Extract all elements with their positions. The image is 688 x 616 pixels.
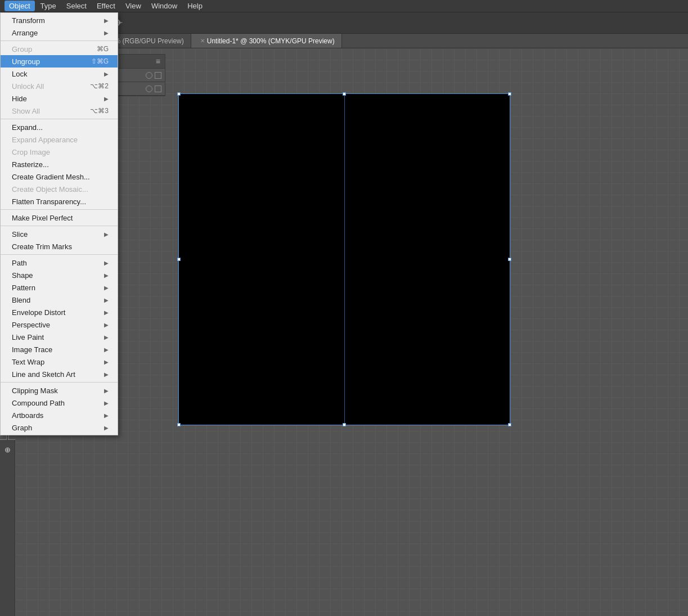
artboard-midline: [344, 94, 345, 425]
menubar: Object Type Select Effect View Window He…: [0, 0, 688, 12]
menu-transform-label: Transform: [12, 16, 104, 25]
layer-lock-1[interactable]: [155, 72, 161, 79]
menu-type[interactable]: Type: [36, 1, 61, 11]
menu-clipping-mask-arrow: ▶: [104, 388, 109, 394]
layers-menu-icon[interactable]: ≡: [156, 57, 160, 66]
artboard: [178, 93, 510, 425]
menu-line-and-sketch-art[interactable]: Line and Sketch Art ▶: [1, 368, 118, 380]
menu-flatten-transparency[interactable]: Flatten Transparency...: [1, 195, 118, 208]
menu-expand-appearance-label: Expand Appearance: [12, 136, 109, 144]
menu-transform-arrow: ▶: [104, 17, 109, 24]
menu-graph-arrow: ▶: [104, 425, 109, 431]
menu-graph[interactable]: Graph ▶: [1, 421, 118, 434]
layer-target-1[interactable]: [146, 72, 152, 79]
menu-pattern[interactable]: Pattern ▶: [1, 281, 118, 294]
handle-bottom-left[interactable]: [177, 423, 181, 426]
handle-top-left[interactable]: [177, 92, 181, 96]
menu-hide-label: Hide: [12, 95, 104, 103]
menu-image-trace[interactable]: Image Trace ▶: [1, 343, 118, 356]
layer-lock-2[interactable]: [155, 86, 161, 92]
menu-blend-label: Blend: [12, 296, 104, 304]
menu-make-pixel-perfect-label: Make Pixel Perfect: [12, 214, 109, 222]
menu-perspective-arrow: ▶: [104, 322, 109, 328]
menu-unlock-all[interactable]: Unlock All ⌥⌘2: [1, 80, 118, 92]
menu-view[interactable]: View: [121, 1, 146, 11]
menu-object[interactable]: Object: [5, 1, 35, 11]
draw-inside-button[interactable]: ⊕: [1, 443, 14, 456]
menu-arrange[interactable]: Arrange ▶: [1, 26, 118, 39]
handle-bottom-middle[interactable]: [343, 423, 346, 426]
menu-crop-image[interactable]: Crop Image: [1, 146, 118, 158]
tab-label-2: Untitled-1* @ 300% (CMYK/GPU Preview): [207, 37, 335, 45]
menu-create-object-mosaic-label: Create Object Mosaic...: [12, 185, 109, 194]
menu-envelope-distort-arrow: ▶: [104, 309, 109, 316]
menu-arrange-label: Arrange: [12, 29, 104, 37]
menu-live-paint[interactable]: Live Paint ▶: [1, 331, 118, 343]
menu-group[interactable]: Group ⌘G: [1, 43, 118, 55]
menu-crop-image-label: Crop Image: [12, 148, 109, 156]
menu-hide[interactable]: Hide ▶: [1, 92, 118, 105]
menu-rasterize-label: Rasterize...: [12, 160, 109, 169]
menu-create-object-mosaic[interactable]: Create Object Mosaic...: [1, 183, 118, 195]
menu-path[interactable]: Path ▶: [1, 257, 118, 269]
menu-make-pixel-perfect[interactable]: Make Pixel Perfect: [1, 212, 118, 224]
menu-unlock-all-label: Unlock All: [12, 82, 79, 91]
menu-line-and-sketch-art-arrow: ▶: [104, 371, 109, 377]
menu-expand-appearance[interactable]: Expand Appearance: [1, 133, 118, 146]
menu-perspective[interactable]: Perspective ▶: [1, 318, 118, 331]
handle-top-middle[interactable]: [343, 92, 346, 96]
menu-shape-label: Shape: [12, 271, 104, 280]
menu-ungroup-shortcut: ⇧⌘G: [91, 57, 109, 65]
menu-text-wrap[interactable]: Text Wrap ▶: [1, 356, 118, 368]
menu-compound-path-arrow: ▶: [104, 400, 109, 406]
menu-expand[interactable]: Expand...: [1, 121, 118, 133]
tab-untitled[interactable]: ✕ Untitled-1* @ 300% (CMYK/GPU Preview): [191, 34, 342, 48]
menu-shape[interactable]: Shape ▶: [1, 269, 118, 281]
menu-slice-arrow: ▶: [104, 231, 109, 237]
menu-show-all[interactable]: Show All ⌥⌘3: [1, 105, 118, 117]
sep-2: [1, 119, 118, 119]
menu-blend[interactable]: Blend ▶: [1, 294, 118, 306]
layer-target-2[interactable]: [146, 86, 152, 92]
menu-transform[interactable]: Transform ▶: [1, 14, 118, 26]
menu-lock[interactable]: Lock ▶: [1, 68, 118, 80]
sep-3: [1, 209, 118, 210]
sep-5: [1, 254, 118, 255]
menu-ungroup-label: Ungroup: [12, 57, 80, 66]
menu-graph-label: Graph: [12, 424, 104, 432]
menu-select[interactable]: Select: [62, 1, 91, 11]
menu-clipping-mask[interactable]: Clipping Mask ▶: [1, 384, 118, 397]
menu-window[interactable]: Window: [147, 1, 182, 11]
menu-group-label: Group: [12, 45, 86, 53]
menu-create-trim-marks[interactable]: Create Trim Marks: [1, 240, 118, 253]
tab-close-2[interactable]: ✕: [200, 38, 205, 44]
menu-expand-label: Expand...: [12, 123, 109, 132]
menu-unlock-all-shortcut: ⌥⌘2: [90, 82, 109, 90]
menu-group-shortcut: ⌘G: [97, 45, 109, 53]
menu-compound-path[interactable]: Compound Path ▶: [1, 397, 118, 409]
menu-blend-arrow: ▶: [104, 297, 109, 303]
menu-ungroup[interactable]: Ungroup ⇧⌘G: [1, 55, 118, 68]
menu-effect[interactable]: Effect: [92, 1, 120, 11]
menu-create-gradient-mesh[interactable]: Create Gradient Mesh...: [1, 170, 118, 183]
object-dropdown-menu: Transform ▶ Arrange ▶ Group ⌘G Ungroup ⇧…: [0, 12, 118, 435]
menu-envelope-distort-label: Envelope Distort: [12, 308, 104, 317]
menu-help[interactable]: Help: [183, 1, 207, 11]
menu-show-all-label: Show All: [12, 107, 79, 115]
menu-slice[interactable]: Slice ▶: [1, 228, 118, 240]
menu-arrange-arrow: ▶: [104, 30, 109, 36]
menu-rasterize[interactable]: Rasterize...: [1, 158, 118, 170]
menu-shape-arrow: ▶: [104, 272, 109, 278]
menu-hide-arrow: ▶: [104, 96, 109, 102]
menu-perspective-label: Perspective: [12, 321, 104, 329]
menu-artboards[interactable]: Artboards ▶: [1, 409, 118, 421]
sep-4: [1, 226, 118, 226]
menu-flatten-transparency-label: Flatten Transparency...: [12, 197, 109, 206]
handle-middle-right[interactable]: [508, 258, 511, 261]
menu-image-trace-label: Image Trace: [12, 345, 104, 354]
handle-top-right[interactable]: [508, 92, 511, 96]
handle-middle-left[interactable]: [177, 258, 181, 261]
handle-bottom-right[interactable]: [508, 423, 511, 426]
menu-envelope-distort[interactable]: Envelope Distort ▶: [1, 306, 118, 318]
menu-lock-arrow: ▶: [104, 71, 109, 77]
